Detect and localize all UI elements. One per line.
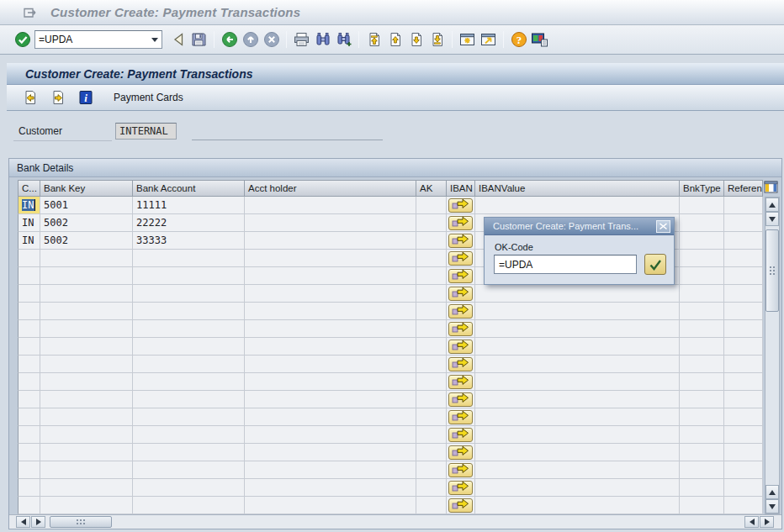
column-header-country[interactable]: C... [18,180,40,197]
cell-bank_key[interactable] [40,408,133,426]
column-header-bank_key[interactable]: Bank Key [40,180,133,197]
column-header-iban[interactable]: IBAN [447,180,475,197]
cell-ak[interactable] [416,391,447,408]
cell-acct_holder[interactable] [245,232,416,250]
payment-cards-button[interactable]: Payment Cards [114,92,183,103]
iban-details-button[interactable] [448,463,473,477]
cell-ak[interactable] [416,214,447,232]
previous-page-button[interactable] [384,29,405,50]
cell-referenc[interactable] [724,461,763,479]
cell-acct_holder[interactable] [245,197,416,214]
cell-acct_holder[interactable] [245,426,416,444]
scroll-down-button[interactable] [765,499,779,514]
cell-bank_key[interactable] [40,356,133,373]
next-screen-button[interactable] [48,88,68,107]
cell-ibanvalue[interactable] [475,391,680,408]
cell-bank_account[interactable] [133,479,245,497]
cell-ak[interactable] [416,373,447,391]
iban-details-button[interactable] [448,198,473,213]
cell-ak[interactable] [416,461,447,479]
column-header-bank_account[interactable]: Bank Account [133,180,245,197]
cell-referenc[interactable] [724,267,763,285]
cell-bank_key[interactable] [40,320,133,338]
cell-ibanvalue[interactable] [475,479,680,497]
cell-ibanvalue[interactable] [475,461,680,479]
cell-iban[interactable] [447,338,475,356]
cell-country[interactable] [18,426,40,444]
cell-bank_account[interactable] [133,391,245,408]
cell-iban[interactable] [447,214,475,232]
cell-bank_key[interactable] [40,303,133,320]
cell-ibanvalue[interactable] [475,444,680,461]
cell-bnktype[interactable] [680,232,724,250]
cell-bnktype[interactable] [680,373,724,391]
cell-acct_holder[interactable] [245,250,416,267]
iban-details-button[interactable] [448,428,473,442]
column-header-referenc[interactable]: Referenc [724,180,763,197]
cell-referenc[interactable] [724,373,763,391]
back-button[interactable] [219,29,240,50]
cell-country[interactable]: IN [18,197,40,214]
iban-details-button[interactable] [448,481,473,495]
cell-bank_account[interactable]: 33333 [133,232,245,250]
cell-referenc[interactable] [724,356,763,373]
vertical-scrollbar[interactable] [765,197,780,514]
cell-country[interactable] [18,250,40,267]
cell-country[interactable] [18,479,40,497]
cell-ibanvalue[interactable] [475,497,680,514]
cell-bank_account[interactable] [133,338,245,356]
cell-bank_key[interactable]: 5001 [40,197,133,214]
iban-details-button[interactable] [448,251,473,266]
cell-acct_holder[interactable] [245,320,416,338]
customer-name-empty-field[interactable] [192,140,383,140]
cell-bank_key[interactable] [40,444,133,461]
iban-details-button[interactable] [448,234,473,248]
cell-referenc[interactable] [724,320,763,338]
cell-referenc[interactable] [724,444,763,461]
cell-acct_holder[interactable] [245,497,416,514]
cell-ak[interactable] [416,497,447,514]
help-button[interactable]: ? [508,29,529,50]
cell-country[interactable] [18,444,40,461]
enter-button[interactable] [12,29,33,50]
cell-country[interactable]: IN [18,214,40,232]
cell-referenc[interactable] [724,391,763,408]
cell-referenc[interactable] [724,232,763,250]
cell-iban[interactable] [447,285,475,303]
cell-referenc[interactable] [724,214,763,232]
cell-country[interactable] [18,391,40,408]
cell-acct_holder[interactable] [245,461,416,479]
cell-bnktype[interactable] [680,391,724,408]
cell-acct_holder[interactable] [245,391,416,408]
cell-bnktype[interactable] [680,444,724,461]
cell-iban[interactable] [447,391,475,408]
iban-details-button[interactable] [448,216,473,230]
cell-bnktype[interactable] [680,267,724,285]
cell-acct_holder[interactable] [245,356,416,373]
cell-referenc[interactable] [724,250,763,267]
last-page-button[interactable] [426,29,448,50]
back-triangle-button[interactable] [167,29,188,50]
cell-iban[interactable] [447,408,475,426]
cell-acct_holder[interactable] [245,444,416,461]
next-page-button[interactable] [405,29,426,50]
cell-bank_key[interactable] [40,285,133,303]
cell-ibanvalue[interactable] [475,338,680,356]
cell-referenc[interactable] [724,197,763,214]
cell-iban[interactable] [447,197,475,214]
cell-bank_key[interactable]: 5002 [40,232,133,250]
cell-bnktype[interactable] [680,338,724,356]
cell-country[interactable] [18,303,40,320]
cancel-button[interactable] [261,29,282,50]
column-header-acct_holder[interactable]: Acct holder [245,180,416,197]
cell-iban[interactable] [447,444,475,461]
cell-ibanvalue[interactable] [475,320,680,338]
cell-iban[interactable] [447,461,475,479]
cell-country[interactable] [18,497,40,514]
iban-details-button[interactable] [448,392,473,407]
cell-ibanvalue[interactable] [475,356,680,373]
command-history-dropdown-icon[interactable] [148,31,162,48]
cell-ibanvalue[interactable] [475,303,680,320]
customer-value-field[interactable]: INTERNAL [115,123,177,140]
cell-country[interactable] [18,373,40,391]
